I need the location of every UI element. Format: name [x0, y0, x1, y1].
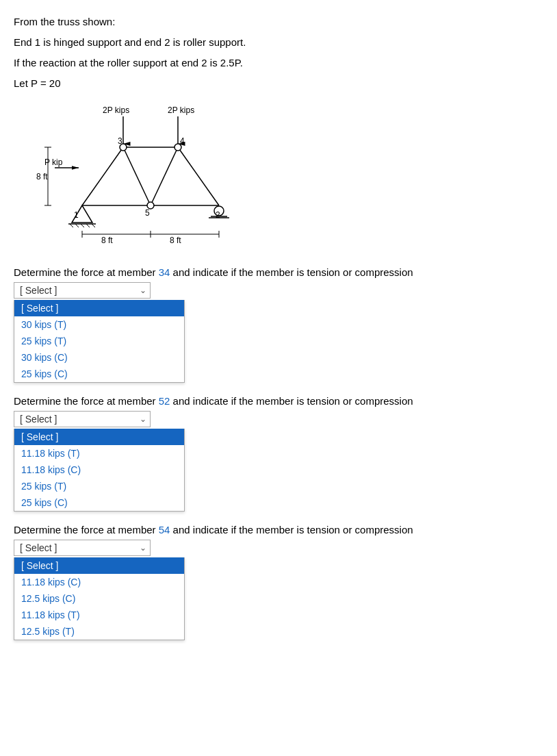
truss-diagram: 2P kips 2P kips P kip 3 4 5 1 2 — [34, 103, 543, 255]
question-1-text: Determine the force at member 34 and ind… — [14, 266, 543, 278]
q2-option-0[interactable]: [ Select ] — [14, 429, 184, 445]
question-1-select[interactable]: [ Select ]30 kips (T)25 kips (T)30 kips … — [14, 282, 151, 299]
svg-line-7 — [123, 147, 151, 205]
svg-line-6 — [82, 147, 123, 205]
svg-text:2P kips: 2P kips — [103, 105, 129, 115]
question-3-options: [ Select ] 11.18 kips (C) 12.5 kips (C) … — [14, 557, 185, 640]
intro-line: From the truss shown: — [14, 14, 543, 30]
q1-option-2[interactable]: 25 kips (T) — [14, 333, 184, 349]
truss-svg: 2P kips 2P kips P kip 3 4 5 1 2 — [34, 103, 253, 253]
svg-text:8 ft: 8 ft — [36, 172, 48, 181]
q1-option-3[interactable]: 30 kips (C) — [14, 349, 184, 366]
line1: End 1 is hinged support and end 2 is rol… — [14, 34, 543, 51]
svg-text:8 ft: 8 ft — [101, 236, 113, 245]
line2: If the reaction at the roller support at… — [14, 55, 543, 71]
q3-option-0[interactable]: [ Select ] — [14, 557, 184, 574]
line3: Let P = 20 — [14, 75, 543, 92]
question-2-text: Determine the force at member 52 and ind… — [14, 395, 543, 407]
q1-option-4[interactable]: 25 kips (C) — [14, 366, 184, 382]
question-3-dropdown-wrapper: [ Select ]11.18 kips (C)12.5 kips (C)11.… — [14, 540, 151, 556]
svg-text:5: 5 — [145, 208, 150, 218]
q1-option-1[interactable]: 30 kips (T) — [14, 316, 184, 333]
q3-option-2[interactable]: 12.5 kips (C) — [14, 590, 184, 607]
q3-option-4[interactable]: 12.5 kips (T) — [14, 623, 184, 640]
q2-option-2[interactable]: 11.18 kips (C) — [14, 462, 184, 478]
svg-text:3: 3 — [118, 136, 122, 146]
svg-text:8 ft: 8 ft — [170, 236, 181, 245]
question-1-dropdown-wrapper: [ Select ]30 kips (T)25 kips (T)30 kips … — [14, 282, 151, 299]
q2-option-4[interactable]: 25 kips (C) — [14, 494, 184, 511]
question-3-block: Determine the force at member 54 and ind… — [14, 524, 543, 640]
svg-text:4: 4 — [180, 136, 185, 146]
q1-option-0[interactable]: [ Select ] — [14, 300, 184, 316]
question-1-block: Determine the force at member 34 and ind… — [14, 266, 543, 383]
svg-text:P kip: P kip — [44, 158, 63, 167]
svg-line-9 — [151, 147, 178, 205]
q2-option-3[interactable]: 25 kips (T) — [14, 478, 184, 494]
q2-option-1[interactable]: 11.18 kips (T) — [14, 445, 184, 462]
problem-intro: From the truss shown: End 1 is hinged su… — [14, 14, 543, 92]
q3-option-1[interactable]: 11.18 kips (C) — [14, 574, 184, 590]
q3-option-3[interactable]: 11.18 kips (T) — [14, 607, 184, 623]
question-2-select[interactable]: [ Select ]11.18 kips (T)11.18 kips (C)25… — [14, 411, 151, 427]
question-1-options: [ Select ] 30 kips (T) 25 kips (T) 30 ki… — [14, 300, 185, 383]
svg-text:2P kips: 2P kips — [168, 105, 194, 115]
svg-line-10 — [178, 147, 219, 205]
question-2-options: [ Select ] 11.18 kips (T) 11.18 kips (C)… — [14, 429, 185, 512]
question-3-text: Determine the force at member 54 and ind… — [14, 524, 543, 536]
question-2-block: Determine the force at member 52 and ind… — [14, 395, 543, 512]
question-2-dropdown-wrapper: [ Select ]11.18 kips (T)11.18 kips (C)25… — [14, 411, 151, 427]
question-3-select[interactable]: [ Select ]11.18 kips (C)12.5 kips (C)11.… — [14, 540, 151, 556]
